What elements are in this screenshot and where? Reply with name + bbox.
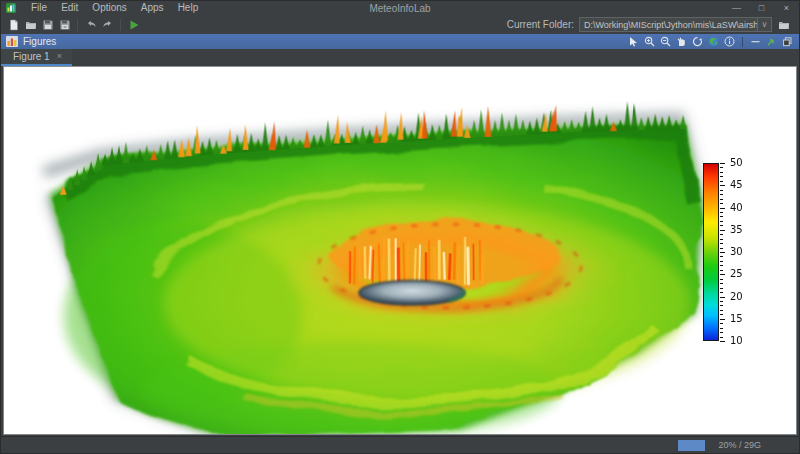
save-all-button[interactable] — [56, 16, 73, 33]
rotate-tool-icon[interactable] — [691, 35, 704, 48]
tab-label: Figure 1 — [13, 51, 50, 62]
figures-panel-header[interactable]: Figures — [1, 34, 799, 49]
close-button[interactable]: × — [774, 1, 799, 15]
new-file-button[interactable] — [5, 16, 22, 33]
tab-close-icon[interactable]: × — [57, 52, 62, 61]
toolbar-separator — [77, 19, 78, 31]
maximize-button[interactable]: □ — [749, 1, 774, 15]
browse-folder-button[interactable] — [775, 16, 793, 33]
window-controls: — □ × — [724, 1, 799, 15]
zoom-in-icon[interactable] — [643, 35, 656, 48]
float-panel-icon[interactable] — [765, 35, 778, 48]
zoom-out-icon[interactable] — [659, 35, 672, 48]
minimize-panel-icon[interactable] — [749, 35, 762, 48]
menu-apps[interactable]: Apps — [134, 1, 171, 15]
status-bar: 20% / 29G — [1, 436, 799, 453]
full-extent-globe-icon[interactable] — [707, 35, 720, 48]
menu-options[interactable]: Options — [85, 1, 133, 15]
figures-toolbar-separator — [742, 37, 743, 47]
dock-panel-icon[interactable] — [781, 35, 794, 48]
figures-toolbar — [627, 35, 794, 48]
redo-button[interactable] — [99, 16, 116, 33]
select-tool-icon[interactable] — [627, 35, 640, 48]
colorbar: 101520253035404550 — [703, 163, 773, 345]
menu-file[interactable]: File — [24, 1, 54, 15]
figures-panel-title: Figures — [23, 36, 56, 47]
current-folder-combobox[interactable]: D:\Working\MIScript\Jython\mis\LaSW\airs… — [579, 17, 772, 32]
identify-info-icon[interactable] — [723, 35, 736, 48]
hurricane-volume-plot — [4, 67, 796, 434]
open-folder-button[interactable] — [22, 16, 39, 33]
main-toolbar: Current Folder: D:\Working\MIScript\Jyth… — [1, 15, 799, 34]
save-button[interactable] — [39, 16, 56, 33]
figure-area: 101520253035404550 — [1, 66, 799, 436]
toolbar-separator — [120, 19, 121, 31]
chevron-down-icon[interactable]: ∨ — [757, 18, 771, 31]
title-bar: File Edit Options Apps Help MeteoInfoLab… — [1, 1, 799, 15]
app-window: File Edit Options Apps Help MeteoInfoLab… — [0, 0, 800, 454]
app-logo-icon — [6, 3, 16, 13]
colorbar-gradient — [703, 163, 719, 341]
figures-chart-icon — [6, 36, 18, 47]
figure-tab-bar: Figure 1 × — [1, 49, 799, 66]
minimize-button[interactable]: — — [724, 1, 749, 15]
memory-usage-text: 20% / 29G — [718, 440, 761, 450]
tab-figure-1[interactable]: Figure 1 × — [1, 49, 72, 66]
figure-canvas[interactable]: 101520253035404550 — [3, 66, 797, 435]
undo-button[interactable] — [82, 16, 99, 33]
run-script-button[interactable] — [125, 16, 142, 33]
pan-tool-icon[interactable] — [675, 35, 688, 48]
menu-help[interactable]: Help — [171, 1, 206, 15]
current-folder-value: D:\Working\MIScript\Jython\mis\LaSW\airs… — [580, 20, 757, 30]
menu-edit[interactable]: Edit — [54, 1, 85, 15]
current-folder-label: Current Folder: — [507, 19, 579, 30]
memory-usage-bar — [678, 440, 705, 451]
